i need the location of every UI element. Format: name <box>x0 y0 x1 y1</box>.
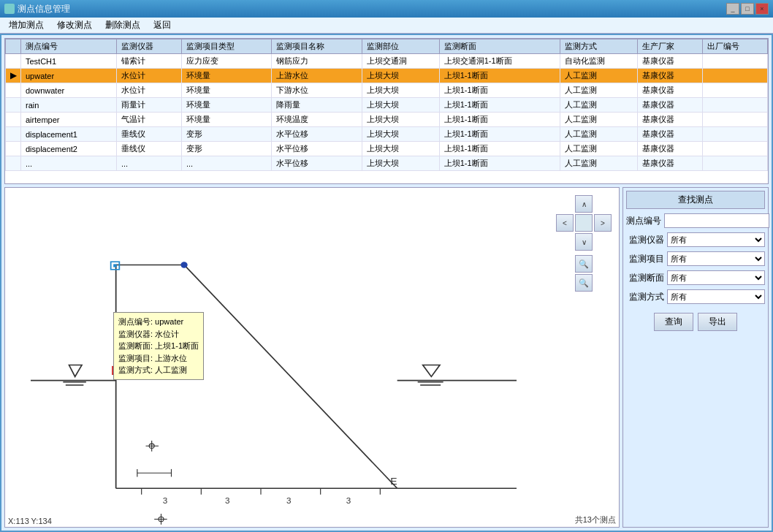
field-row-item: 监测项目 所有 <box>626 251 765 266</box>
export-button[interactable]: 导出 <box>698 313 737 331</box>
table-row[interactable]: displacement2垂线仪变形水平位移上坝大坝上坝1-1断面人工监测基康仪… <box>6 142 768 156</box>
close-button[interactable]: × <box>755 3 769 15</box>
select-method[interactable]: 所有 <box>667 289 765 304</box>
svg-line-6 <box>184 265 397 488</box>
minimize-button[interactable]: _ <box>726 3 739 15</box>
tooltip-line5: 监测方式: 人工监测 <box>118 364 199 376</box>
field-row-method: 监测方式 所有 <box>626 289 765 304</box>
svg-rect-27 <box>113 264 117 267</box>
app-icon <box>4 4 15 14</box>
zoom-out-button[interactable]: 🔍 <box>575 274 593 292</box>
label-instrument: 监测仪器 <box>626 234 664 246</box>
select-section[interactable]: 所有 <box>667 270 765 285</box>
table-row[interactable]: rain雨量计环境量降雨量上坝大坝上坝1-1断面人工监测基康仪器 <box>6 98 768 113</box>
table-row[interactable]: downwater水位计环境量下游水位上坝大坝上坝1-1断面人工监测基康仪器 <box>6 83 768 98</box>
table-row[interactable]: airtemper气温计环境量环境温度上坝大坝上坝1-1断面人工监测基康仪器 <box>6 113 768 127</box>
query-button[interactable]: 查询 <box>654 313 693 331</box>
col-manufacturer: 生产厂家 <box>638 39 703 54</box>
total-count: 共13个测点 <box>575 514 616 525</box>
col-serial: 出厂编号 <box>702 39 767 54</box>
table-row[interactable]: TestCH1锚索计应力应变钢筋应力上坝交通洞上坝交通洞1-1断面自动化监测基康… <box>6 54 768 69</box>
tooltip-line1: 测点编号: upwater <box>118 316 199 328</box>
col-location: 监测部位 <box>362 39 439 54</box>
nav-left-button[interactable]: < <box>556 214 574 232</box>
window-title: 测点信息管理 <box>18 3 70 15</box>
table-row[interactable]: .........水平位移上坝大坝上坝1-1断面人工监测基康仪器 <box>6 156 768 171</box>
tooltip-line4: 监测项目: 上游水位 <box>118 352 199 365</box>
svg-marker-1 <box>69 365 83 377</box>
menu-add[interactable]: 增加测点 <box>3 18 50 33</box>
col-indicator <box>6 39 21 54</box>
col-method: 监测方式 <box>560 39 637 54</box>
nav-buttons: ∧ < > ∨ 🔍 🔍 <box>556 195 612 292</box>
field-row-section: 监测断面 所有 <box>626 270 765 285</box>
select-instrument[interactable]: 所有 <box>667 232 765 247</box>
table-row[interactable]: ▶upwater水位计环境量上游水位上坝大坝上坝1-1断面人工监测基康仪器 <box>6 69 768 83</box>
panel-title: 查找测点 <box>626 191 765 209</box>
coordinates: X:113 Y:134 <box>8 517 52 525</box>
nav-right-button[interactable]: > <box>594 214 612 232</box>
main-container: 测点编号 监测仪器 监测项目类型 监测项目名称 监测部位 监测断面 监测方式 生… <box>0 34 773 532</box>
bottom-section: E 3 3 3 3 <box>4 187 769 528</box>
maximize-button[interactable]: □ <box>741 3 754 15</box>
svg-text:3: 3 <box>346 497 351 505</box>
data-table: 测点编号 监测仪器 监测项目类型 监测项目名称 监测部位 监测断面 监测方式 生… <box>5 39 768 171</box>
col-type: 监测项目类型 <box>181 39 271 54</box>
label-section: 监测断面 <box>626 272 664 284</box>
zoom-in-button[interactable]: 🔍 <box>575 255 593 273</box>
col-id: 测点编号 <box>21 39 117 54</box>
table-row[interactable]: displacement1垂线仪变形水平位移上坝大坝上坝1-1断面人工监测基康仪… <box>6 127 768 142</box>
tooltip-line2: 监测仪器: 水位计 <box>118 328 199 341</box>
nav-up-button[interactable]: ∧ <box>575 195 593 213</box>
label-id: 测点编号 <box>626 215 661 227</box>
menu-bar: 增加测点 修改测点 删除测点 返回 <box>0 18 773 34</box>
title-bar: 测点信息管理 _ □ × <box>0 0 773 18</box>
svg-marker-10 <box>423 365 440 377</box>
menu-edit[interactable]: 修改测点 <box>51 18 98 33</box>
input-id[interactable] <box>664 213 769 228</box>
tooltip-box: 测点编号: upwater 监测仪器: 水位计 监测断面: 上坝1-1断面 监测… <box>113 312 204 380</box>
svg-text:3: 3 <box>225 497 229 505</box>
drawing-area[interactable]: E 3 3 3 3 <box>4 187 620 528</box>
action-buttons: 查询 导出 <box>626 313 765 331</box>
table-section: 测点编号 监测仪器 监测项目类型 监测项目名称 监测部位 监测断面 监测方式 生… <box>4 38 769 184</box>
label-item: 监测项目 <box>626 253 664 265</box>
col-section: 监测断面 <box>439 39 560 54</box>
col-instrument: 监测仪器 <box>116 39 181 54</box>
window-controls: _ □ × <box>726 3 769 15</box>
right-panel: 查找测点 测点编号 监测仪器 所有 监测项目 所有 监测断面 <box>622 187 769 528</box>
label-method: 监测方式 <box>626 291 664 303</box>
field-row-instrument: 监测仪器 所有 <box>626 232 765 247</box>
svg-point-28 <box>180 262 187 267</box>
svg-text:E: E <box>390 476 397 487</box>
nav-down-button[interactable]: ∨ <box>575 233 593 251</box>
nav-center <box>575 214 593 232</box>
tooltip-line3: 监测断面: 上坝1-1断面 <box>118 340 199 352</box>
select-item[interactable]: 所有 <box>667 251 765 266</box>
menu-back[interactable]: 返回 <box>148 18 177 33</box>
svg-text:3: 3 <box>163 497 167 505</box>
field-row-id: 测点编号 <box>626 213 765 228</box>
svg-text:3: 3 <box>286 497 291 505</box>
col-name: 监测项目名称 <box>272 39 362 54</box>
dam-drawing: E 3 3 3 3 <box>5 188 619 527</box>
menu-delete[interactable]: 删除测点 <box>99 18 146 33</box>
table-header-row: 测点编号 监测仪器 监测项目类型 监测项目名称 监测部位 监测断面 监测方式 生… <box>6 39 768 54</box>
